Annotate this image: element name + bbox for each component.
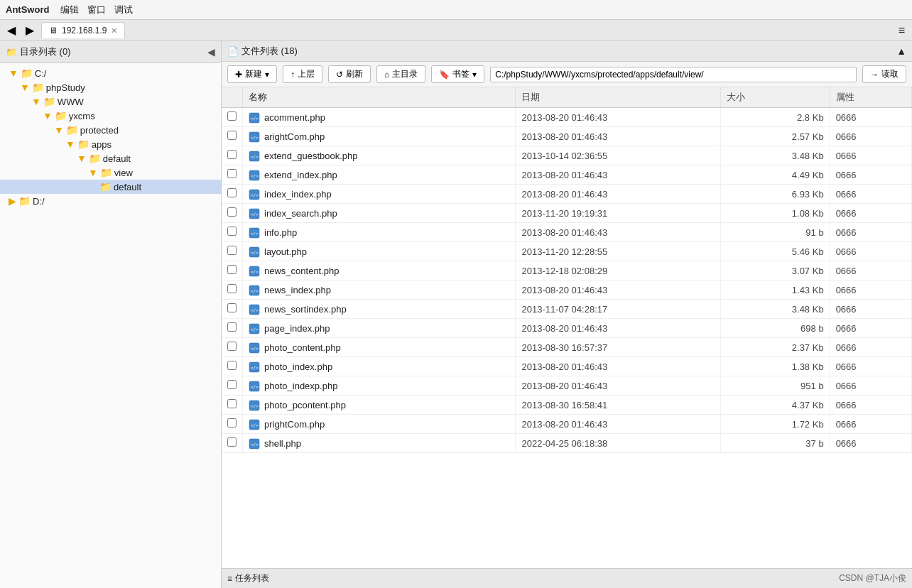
folder-expand-icon: ▼	[9, 67, 18, 79]
file-name: prightCom.php	[264, 419, 325, 430]
tab-connection[interactable]: 🖥 192.168.1.9 ✕	[41, 22, 125, 38]
menu-debug[interactable]: 调试	[114, 4, 133, 16]
table-row[interactable]: </>page_index.php2013-08-20 01:46:43698 …	[222, 319, 912, 338]
row-checkbox-cell	[222, 223, 243, 242]
tab-close-button[interactable]: ✕	[111, 26, 117, 36]
tree-row-d[interactable]: ▶ 📁 D:/	[0, 194, 221, 208]
row-checkbox[interactable]	[227, 380, 237, 389]
tab-label: 192.168.1.9	[62, 26, 107, 36]
nav-forward-button[interactable]: ▶	[21, 22, 38, 38]
table-row[interactable]: </>photo_content.php2013-08-30 16:57:372…	[222, 338, 912, 357]
table-row[interactable]: </>news_content.php2013-12-18 02:08:293.…	[222, 261, 912, 281]
row-checkbox[interactable]	[227, 207, 237, 217]
row-checkbox-cell	[222, 127, 243, 146]
new-button[interactable]: ✚ 新建 ▾	[227, 65, 277, 83]
table-header-row: 名称 日期 大小 属性	[222, 87, 912, 108]
titlebar: AntSword 编辑 窗口 调试	[0, 0, 912, 20]
file-name: layout.php	[264, 246, 307, 257]
path-input[interactable]	[490, 67, 857, 82]
read-button[interactable]: → 读取	[862, 65, 906, 83]
row-checkbox-cell	[222, 319, 243, 338]
file-attr-cell: 0666	[830, 434, 911, 453]
tree-row-phpstudy[interactable]: ▼ 📁 phpStudy	[0, 80, 221, 94]
file-name-cell: </>prightCom.php	[243, 415, 516, 434]
tree-row-apps[interactable]: ▼ 📁 apps	[0, 137, 221, 151]
refresh-button[interactable]: ↺ 刷新	[328, 65, 371, 83]
bookmark-label: 书签	[452, 68, 469, 80]
home-icon: ⌂	[384, 70, 389, 80]
table-row[interactable]: </>prightCom.php2013-08-20 01:46:431.72 …	[222, 415, 912, 434]
folder-icon-apps: 📁	[77, 138, 89, 150]
php-file-icon: </>	[249, 207, 260, 219]
table-row[interactable]: </>photo_pcontent.php2013-08-30 16:58:41…	[222, 396, 912, 415]
bookmark-button[interactable]: 🔖 书签 ▾	[431, 65, 484, 83]
up-icon: ↑	[291, 70, 295, 80]
row-checkbox[interactable]	[227, 227, 237, 236]
tab-icon: 🖥	[49, 26, 58, 36]
row-checkbox[interactable]	[227, 361, 237, 370]
folder-expand-icon-view: ▼	[88, 167, 98, 178]
file-date-cell: 2013-08-20 01:46:43	[516, 357, 720, 376]
tree-row-yxcms[interactable]: ▼ 📁 yxcms	[0, 109, 221, 123]
row-checkbox-cell	[222, 281, 243, 300]
app-name: AntSword	[6, 4, 49, 15]
row-checkbox[interactable]	[227, 188, 237, 197]
file-size-cell: 1.38 Kb	[720, 357, 830, 376]
row-checkbox[interactable]	[227, 169, 237, 178]
file-size-cell: 4.49 Kb	[720, 165, 830, 185]
row-checkbox[interactable]	[227, 284, 237, 293]
menu-window[interactable]: 窗口	[87, 4, 106, 16]
tree-row-view[interactable]: ▼ 📁 view	[0, 165, 221, 180]
row-checkbox[interactable]	[227, 303, 237, 312]
table-row[interactable]: </>arightCom.php2013-08-20 01:46:432.57 …	[222, 127, 912, 146]
home-button[interactable]: ⌂ 主目录	[376, 65, 425, 83]
tree-row-protected[interactable]: ▼ 📁 protected	[0, 123, 221, 137]
table-row[interactable]: </>photo_index.php2013-08-20 01:46:431.3…	[222, 357, 912, 376]
table-row[interactable]: </>index_index.php2013-08-20 01:46:436.9…	[222, 185, 912, 204]
row-checkbox[interactable]	[227, 265, 237, 274]
up-button[interactable]: ↑ 上层	[283, 65, 322, 83]
tree-label-apps: apps	[92, 139, 112, 150]
row-checkbox-cell	[222, 261, 243, 281]
file-name-cell: </>news_index.php	[243, 281, 516, 300]
right-panel-collapse-button[interactable]: ▲	[896, 45, 906, 57]
table-row[interactable]: </>shell.php2022-04-25 06:18:3837 b0666	[222, 434, 912, 453]
svg-text:</>: </>	[251, 288, 259, 293]
row-checkbox-cell	[222, 165, 243, 185]
tree-row-default-selected[interactable]: 📁 default	[0, 180, 221, 194]
tree-row-c[interactable]: ▼ 📁 C:/	[0, 66, 221, 80]
file-name-cell: </>photo_pcontent.php	[243, 396, 516, 415]
row-checkbox[interactable]	[227, 399, 237, 408]
file-date-cell: 2013-11-20 19:19:31	[516, 204, 720, 223]
table-row[interactable]: </>extend_index.php2013-08-20 01:46:434.…	[222, 165, 912, 185]
table-row[interactable]: </>extend_guestbook.php2013-10-14 02:36:…	[222, 146, 912, 165]
table-row[interactable]: </>news_index.php2013-08-20 01:46:431.43…	[222, 281, 912, 300]
file-attr-cell: 0666	[830, 165, 911, 185]
tab-menu-button[interactable]: ≡	[894, 23, 909, 38]
row-checkbox[interactable]	[227, 437, 237, 447]
row-checkbox[interactable]	[227, 111, 237, 121]
menu-edit[interactable]: 编辑	[60, 4, 79, 16]
table-row[interactable]: </>photo_indexp.php2013-08-20 01:46:4395…	[222, 376, 912, 396]
table-row[interactable]: </>acomment.php2013-08-20 01:46:432.8 Kb…	[222, 108, 912, 127]
row-checkbox[interactable]	[227, 246, 237, 255]
table-row[interactable]: </>info.php2013-08-20 01:46:4391 b0666	[222, 223, 912, 242]
row-checkbox[interactable]	[227, 322, 237, 332]
folder-icon-default: 📁	[89, 153, 101, 164]
nav-back-button[interactable]: ◀	[3, 22, 20, 38]
table-row[interactable]: </>index_search.php2013-11-20 19:19:311.…	[222, 204, 912, 223]
row-checkbox[interactable]	[227, 418, 237, 428]
svg-text:</>: </>	[251, 154, 259, 159]
file-toolbar: ✚ 新建 ▾ ↑ 上层 ↺ 刷新 ⌂ 主目录 🔖 书签 ▾	[222, 62, 912, 87]
tree-row-default[interactable]: ▼ 📁 default	[0, 151, 221, 165]
file-attr-cell: 0666	[830, 127, 911, 146]
row-checkbox-cell	[222, 300, 243, 319]
row-checkbox[interactable]	[227, 342, 237, 351]
row-checkbox[interactable]	[227, 131, 237, 140]
table-row[interactable]: </>news_sortindex.php2013-11-07 04:28:17…	[222, 300, 912, 319]
file-size-cell: 3.48 Kb	[720, 146, 830, 165]
left-panel-collapse-button[interactable]: ◀	[207, 46, 215, 58]
table-row[interactable]: </>layout.php2013-11-20 12:28:555.46 Kb0…	[222, 242, 912, 261]
row-checkbox[interactable]	[227, 150, 237, 159]
tree-row-www[interactable]: ▼ 📁 WWW	[0, 94, 221, 109]
